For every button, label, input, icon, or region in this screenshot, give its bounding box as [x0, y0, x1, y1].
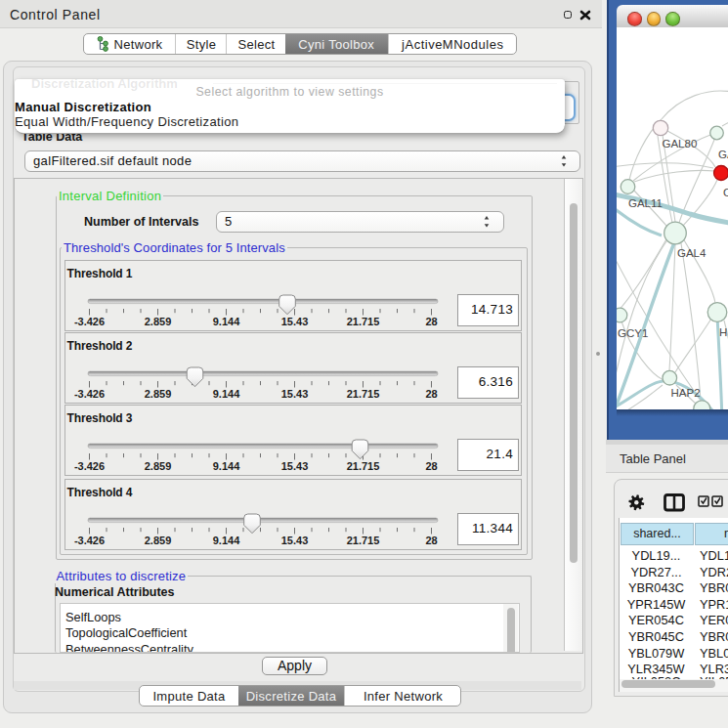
svg-text:2.859: 2.859 [145, 535, 172, 546]
svg-text:9.144: 9.144 [213, 316, 240, 327]
svg-text:-3.426: -3.426 [74, 388, 105, 400]
svg-text:-3.426: -3.426 [74, 460, 105, 472]
svg-text:21.715: 21.715 [347, 316, 380, 327]
svg-text:GAL4: GAL4 [677, 247, 707, 259]
svg-text:9.144: 9.144 [213, 535, 240, 546]
svg-text:GAL80: GAL80 [662, 138, 697, 150]
svg-text:15.43: 15.43 [281, 388, 309, 400]
svg-text:9.144: 9.144 [213, 460, 240, 472]
svg-text:2.859: 2.859 [145, 460, 172, 472]
svg-text:28: 28 [425, 460, 437, 472]
svg-text:28: 28 [425, 388, 437, 400]
svg-text:2.859: 2.859 [145, 388, 172, 400]
svg-text:2.859: 2.859 [145, 316, 172, 327]
svg-text:GCY1: GCY1 [618, 327, 648, 339]
svg-text:21.715: 21.715 [347, 535, 380, 546]
svg-text:28: 28 [425, 535, 437, 546]
svg-text:21.715: 21.715 [347, 460, 380, 472]
svg-text:-3.426: -3.426 [74, 535, 105, 546]
svg-text:15.43: 15.43 [281, 460, 309, 472]
svg-text:28: 28 [425, 316, 437, 327]
svg-text:GA: GA [718, 148, 728, 159]
svg-text:H: H [719, 325, 727, 337]
svg-text:-3.426: -3.426 [74, 316, 105, 327]
svg-text:HAP2: HAP2 [670, 387, 700, 399]
svg-text:15.43: 15.43 [281, 316, 309, 327]
svg-text:9.144: 9.144 [213, 388, 240, 400]
svg-text:C: C [723, 187, 728, 198]
svg-text:GAL11: GAL11 [628, 197, 663, 209]
svg-text:21.715: 21.715 [347, 388, 380, 400]
svg-text:15.43: 15.43 [281, 535, 309, 546]
